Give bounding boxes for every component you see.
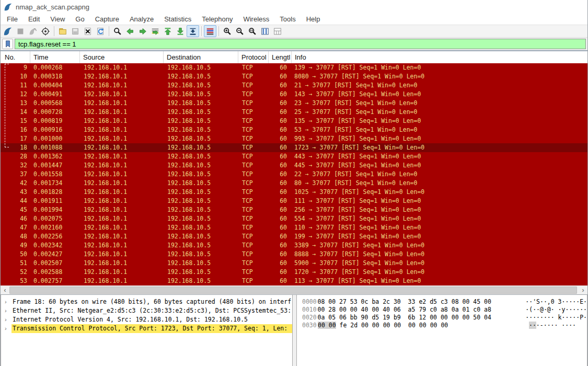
menu-edit[interactable]: Edit (23, 15, 45, 23)
column-header-destination[interactable]: Destination (164, 51, 238, 63)
save-file-button (69, 25, 82, 37)
menu-help[interactable]: Help (301, 15, 326, 23)
go-to-bottom-button[interactable] (174, 25, 187, 37)
hscrollbar-thumb[interactable] (9, 287, 577, 294)
packet-row[interactable]: 51 0.002507 192.168.10.1 192.168.10.5 TC… (1, 259, 587, 268)
go-forward-button[interactable] (136, 25, 149, 37)
display-filter-input[interactable] (15, 39, 586, 49)
expander-chevron-icon[interactable]: › (5, 324, 7, 333)
main-toolbar (1, 25, 587, 38)
go-back-button[interactable] (124, 25, 136, 37)
menu-statistics[interactable]: Statistics (159, 15, 197, 23)
packet-row[interactable]: 9 0.000268 192.168.10.1 192.168.10.5 TCP… (1, 63, 587, 72)
hex-row[interactable]: 0020 0a 05 06 bb 90 d5 19 b9 6b 12 00 00… (302, 314, 587, 322)
packet-row[interactable]: 49 0.002342 192.168.10.1 192.168.10.5 TC… (1, 241, 587, 250)
restart-capture-button (27, 25, 39, 37)
zoom-out-button[interactable] (234, 25, 246, 37)
packet-row[interactable]: 15 0.000819 192.168.10.1 192.168.10.5 TC… (1, 117, 587, 125)
window-title: nmap_ack_scan.pcapng (16, 3, 89, 11)
column-header-time[interactable]: Time (30, 51, 80, 63)
resize-columns-button[interactable] (259, 25, 271, 37)
packet-row[interactable]: 14 0.000728 192.168.10.1 192.168.10.5 TC… (1, 108, 587, 117)
column-header-info[interactable]: Info (292, 51, 587, 63)
toolbar-separator (218, 26, 219, 36)
scroll-right-arrow-icon[interactable]: › (579, 286, 587, 295)
column-header-source[interactable]: Source (80, 51, 164, 63)
start-capture-button[interactable] (2, 25, 14, 37)
packet-row[interactable]: 10 0.000318 192.168.10.1 192.168.10.5 TC… (1, 72, 587, 81)
expander-chevron-icon[interactable]: › (5, 306, 7, 315)
menu-go[interactable]: Go (70, 15, 89, 23)
packet-list-header: No. Time Source Destination Protocol Len… (1, 51, 587, 63)
column-header-protocol[interactable]: Protocol (238, 51, 269, 63)
detail-line[interactable]: › Internet Protocol Version 4, Src: 192.… (1, 315, 292, 324)
detail-line[interactable]: › Ethernet II, Src: Netgear_e2:d5:c3 (2c… (1, 306, 292, 315)
bottom-panes: › Frame 18: 60 bytes on wire (480 bits),… (1, 294, 587, 366)
go-to-packet-button[interactable] (149, 25, 162, 37)
packet-row[interactable]: 50 0.002427 192.168.10.1 192.168.10.5 TC… (1, 250, 587, 259)
packet-row[interactable]: 13 0.000568 192.168.10.1 192.168.10.5 TC… (1, 99, 587, 108)
zoom-in-button[interactable] (221, 25, 234, 37)
packet-row[interactable]: 48 0.002256 192.168.10.1 192.168.10.5 TC… (1, 232, 587, 241)
filter-bookmark-button[interactable] (2, 39, 13, 49)
menu-file[interactable]: File (2, 15, 23, 23)
packet-row[interactable]: 32 0.001447 192.168.10.1 192.168.10.5 TC… (1, 161, 587, 170)
menu-telephony[interactable]: Telephony (197, 15, 238, 23)
packet-row[interactable]: 42 0.001734 192.168.10.1 192.168.10.5 TC… (1, 179, 587, 188)
zoom-reset-button[interactable] (246, 25, 259, 37)
menu-tools[interactable]: Tools (274, 15, 301, 23)
packet-row[interactable]: 45 0.001994 192.168.10.1 192.168.10.5 TC… (1, 205, 587, 214)
menu-analyze[interactable]: Analyze (124, 15, 159, 23)
layout-columns-button[interactable] (271, 25, 284, 37)
open-file-button[interactable] (56, 25, 69, 37)
expander-chevron-icon[interactable]: › (5, 298, 7, 306)
packet-row[interactable]: 47 0.002160 192.168.10.1 192.168.10.5 TC… (1, 223, 587, 232)
column-header-no[interactable]: No. (1, 51, 30, 63)
title-bar: nmap_ack_scan.pcapng (1, 0, 587, 14)
packet-row[interactable]: 11 0.000404 192.168.10.1 192.168.10.5 TC… (1, 81, 587, 90)
filter-bar (1, 38, 587, 51)
packet-row[interactable]: 16 0.000916 192.168.10.1 192.168.10.5 TC… (1, 125, 587, 134)
find-packet-button[interactable] (111, 25, 124, 37)
packet-row[interactable]: 44 0.001911 192.168.10.1 192.168.10.5 TC… (1, 197, 587, 205)
expander-chevron-icon[interactable]: › (5, 315, 7, 324)
packet-row[interactable]: 53 0.002757 192.168.10.1 192.168.10.5 TC… (1, 277, 587, 285)
pane-splitter[interactable] (293, 295, 296, 366)
close-file-button[interactable] (82, 25, 94, 37)
capture-options-button[interactable] (39, 25, 52, 37)
detail-line[interactable]: › Transmission Control Protocol, Src Por… (1, 324, 292, 333)
stop-capture-button (14, 25, 27, 37)
packet-row[interactable]: 17 0.001000 192.168.10.1 192.168.10.5 TC… (1, 134, 587, 143)
packet-row[interactable]: 43 0.001828 192.168.10.1 192.168.10.5 TC… (1, 188, 587, 197)
packet-details-pane[interactable]: › Frame 18: 60 bytes on wire (480 bits),… (1, 295, 293, 366)
packet-row[interactable]: 46 0.002075 192.168.10.1 192.168.10.5 TC… (1, 214, 587, 223)
hex-dump-pane[interactable]: 0000 08 00 27 53 0c ba 2c 30 33 e2 d5 c3… (296, 295, 587, 366)
scroll-left-arrow-icon[interactable]: ‹ (1, 286, 9, 295)
packet-row[interactable]: 28 0.001362 192.168.10.1 192.168.10.5 TC… (1, 152, 587, 161)
menu-capture[interactable]: Capture (90, 15, 124, 23)
auto-scroll-button[interactable] (187, 25, 199, 37)
hex-row[interactable]: 0000 08 00 27 53 0c ba 2c 30 33 e2 d5 c3… (302, 298, 587, 306)
packet-row[interactable]: 37 0.001558 192.168.10.1 192.168.10.5 TC… (1, 170, 587, 179)
packet-row[interactable]: 52 0.002588 192.168.10.1 192.168.10.5 TC… (1, 268, 587, 277)
packet-list: 9 0.000268 192.168.10.1 192.168.10.5 TCP… (1, 63, 587, 285)
menu-bar: File Edit View Go Capture Analyze Statis… (1, 14, 587, 25)
detail-line[interactable]: › Frame 18: 60 bytes on wire (480 bits),… (1, 298, 292, 306)
colorize-button[interactable] (204, 25, 216, 37)
wireshark-logo-icon (4, 3, 13, 12)
bookmark-icon (5, 40, 11, 48)
menu-view[interactable]: View (45, 15, 70, 23)
column-header-length[interactable]: Lengtl (269, 51, 292, 63)
reload-file-button[interactable] (94, 25, 107, 37)
packet-row[interactable]: 18 0.001088 192.168.10.1 192.168.10.5 TC… (1, 143, 587, 152)
go-to-top-button[interactable] (162, 25, 174, 37)
toolbar-separator (54, 26, 54, 36)
hex-row[interactable]: 0010 00 28 00 00 40 00 40 06 a5 79 c0 a8… (302, 306, 587, 314)
menu-wireless[interactable]: Wireless (238, 15, 274, 23)
toolbar-separator (201, 26, 202, 36)
packet-row[interactable]: 12 0.000491 192.168.10.1 192.168.10.5 TC… (1, 90, 587, 99)
packet-list-hscrollbar[interactable]: ‹ › (1, 285, 587, 294)
hex-row[interactable]: 0030 00 00 fe 2d 00 00 00 00 00 00 00 00… (302, 322, 587, 329)
toolbar-separator (109, 26, 109, 36)
